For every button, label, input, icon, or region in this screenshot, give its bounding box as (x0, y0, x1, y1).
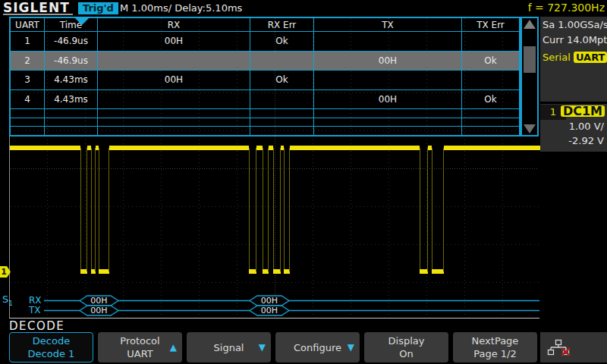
status-icon-panel (540, 332, 607, 362)
table-body: 1-46.9us00HOk2-46.9us00HOk34.43ms00HOk44… (11, 32, 519, 135)
serial-status: Serial UART (540, 49, 607, 64)
decode-bubble-value: 00H (90, 296, 107, 306)
serial-label: Serial (543, 52, 571, 63)
acquisition-panel: Sa 1.00GSa/s Curr 14.0Mpts Serial UART (540, 17, 607, 102)
up-arrow-icon: ▲ (170, 341, 177, 354)
table-cell (45, 118, 98, 127)
table-cell (314, 127, 462, 135)
channel-offset-readout: -2.92 V (568, 135, 604, 146)
softkey-protocol[interactable]: Protocol UART ▲ (98, 332, 182, 362)
channel1-level-marker[interactable]: 1 (0, 266, 11, 278)
table-cell: Ok (462, 90, 519, 109)
table-cell (250, 118, 314, 127)
softkey-label: NextPage (472, 334, 519, 347)
table-cell (250, 127, 314, 135)
softkey-display[interactable]: Display On (364, 332, 448, 362)
channel1-trace (10, 146, 540, 274)
column-header: TX (314, 18, 462, 31)
softkey-value: Decode 1 (28, 347, 75, 360)
lan-disconnected-icon (546, 339, 571, 356)
table-cell: 1 (11, 32, 45, 51)
table-cell (462, 127, 519, 135)
sample-rate-readout: Sa 1.00GSa/s (540, 17, 607, 32)
table-row[interactable]: 2-46.9us00HOk (11, 52, 519, 71)
softkey-nextpage[interactable]: NextPage Page 1/2 (453, 332, 537, 362)
down-arrow-icon: ▼ (259, 341, 266, 354)
channel1-marker-label: 1 (1, 266, 7, 278)
table-cell (11, 109, 45, 118)
scroll-down-icon[interactable] (524, 124, 536, 133)
table-cell (314, 32, 462, 51)
column-header: RX (98, 18, 250, 31)
siglent-logo: SIGLENT (3, 0, 70, 15)
table-cell (462, 118, 519, 127)
memory-depth-readout: Curr 14.0Mpts (540, 32, 607, 47)
softkey-label: Display (388, 334, 425, 347)
frequency-counter: f = 727.300Hz (528, 2, 605, 14)
table-cell (250, 52, 314, 71)
channel-scale-readout: 1.00 V/ (569, 121, 604, 132)
table-cell: -46.9us (45, 32, 98, 51)
channel-coupling-badge: DC1M (561, 105, 605, 117)
softkey-label: Decode (33, 334, 70, 347)
softkey-label: Configure (294, 341, 341, 354)
table-cell (98, 109, 250, 118)
table-row[interactable]: 1-46.9us00HOk (11, 32, 519, 52)
decode-bubble (80, 296, 118, 306)
table-cell (11, 118, 45, 127)
table-row[interactable]: 34.43ms00HOk (11, 71, 519, 90)
softkey-decode[interactable]: Decode Decode 1 (9, 332, 93, 362)
softkey-value: On (399, 347, 413, 360)
table-cell: 00H (98, 71, 250, 89)
timebase-readout: M 1.00ms/ Delay:5.10ms (120, 2, 242, 14)
decode-bubble-value: 00H (261, 296, 278, 306)
trigger-position-icon[interactable] (74, 17, 90, 25)
table-cell: Ok (462, 52, 519, 71)
softkey-label: Protocol (120, 334, 159, 347)
softkey-configure[interactable]: Configure ▼ (275, 332, 360, 362)
channel1-panel[interactable]: 1 DC1M 1.00 V/ -2.92 V (540, 104, 607, 152)
table-cell: 4.43ms (45, 71, 98, 89)
decode-bubble (80, 306, 118, 315)
table-row[interactable] (11, 127, 519, 135)
table-cell (250, 90, 314, 109)
table-cell: -46.9us (45, 52, 98, 71)
table-scrollbar[interactable] (521, 17, 539, 136)
serial-protocol-badge: UART (574, 52, 607, 63)
scrollbar-thumb[interactable] (524, 46, 536, 73)
table-cell (98, 90, 250, 109)
column-header: TX Err (462, 18, 519, 31)
softkey-value: Page 1/2 (473, 347, 517, 360)
down-arrow-icon: ▼ (348, 341, 354, 354)
table-cell: 00H (98, 32, 250, 51)
rx-bus-label: RX (29, 295, 42, 306)
table-cell (98, 52, 250, 71)
table-cell: 4.43ms (45, 90, 98, 109)
decode-bubble-value: 00H (90, 306, 107, 315)
table-cell (462, 71, 519, 89)
decode-event-table[interactable]: UARTTimeRXRX ErrTXTX Err 1-46.9us00HOk2-… (9, 17, 521, 136)
table-cell: Ok (250, 71, 314, 89)
table-cell (98, 127, 250, 135)
table-row[interactable] (11, 118, 519, 127)
table-cell (45, 127, 98, 135)
decode-bubble (250, 306, 289, 315)
table-cell (98, 118, 250, 127)
table-row[interactable]: 44.43ms00HOk (11, 90, 519, 110)
softkey-value: UART (127, 347, 153, 360)
table-row[interactable] (11, 109, 519, 118)
scroll-up-icon[interactable] (524, 20, 536, 29)
table-cell: 00H (314, 90, 462, 109)
table-cell (45, 109, 98, 118)
column-header: UART (11, 18, 45, 31)
table-cell (314, 109, 462, 118)
logo-underline (3, 14, 73, 15)
softkey-label: Signal (214, 341, 244, 354)
softkey-signal[interactable]: Signal ▼ (187, 332, 271, 362)
table-cell (250, 109, 314, 118)
table-cell (314, 118, 462, 127)
table-cell (462, 32, 519, 51)
table-cell (462, 109, 519, 118)
decode-bubble-value: 00H (261, 306, 278, 315)
column-header: RX Err (250, 18, 314, 31)
